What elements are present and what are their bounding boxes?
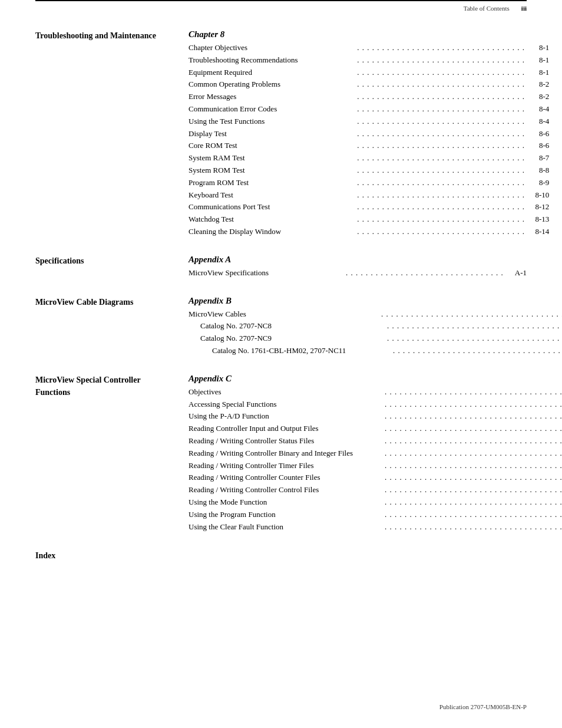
toc-section-appendixC: MicroView Special Controller FunctionsAp… <box>35 374 527 533</box>
toc-row: Communication Error Codes . . . . . . . … <box>189 103 549 116</box>
toc-row: Using the P-A/D Function . . . . . . . .… <box>189 410 562 423</box>
toc-dots: . . . . . . . . . . . . . . . . . . . . … <box>357 226 525 238</box>
toc-dots: . . . . . . . . . . . . . . . . . . . . … <box>385 398 562 411</box>
toc-entry-title: Reading / Writing Controller Counter Fil… <box>189 472 385 484</box>
toc-entry-title: Chapter Objectives <box>189 42 357 54</box>
toc-entry-title: Using the Clear Fault Function <box>189 521 385 533</box>
toc-row: Catalog No. 2707-NC9 . . . . . . . . . .… <box>189 332 562 345</box>
toc-row: Objectives . . . . . . . . . . . . . . .… <box>189 386 562 398</box>
toc-entry-page: 8-7 <box>525 152 549 164</box>
toc-row: Chapter Objectives . . . . . . . . . . .… <box>189 42 549 54</box>
toc-entry-title: MicroView Cables <box>189 308 381 321</box>
toc-entry-title: Display Test <box>189 128 357 140</box>
toc-dots: . . . . . . . . . . . . . . . . . . . . … <box>387 332 562 345</box>
toc-dots: . . . . . . . . . . . . . . . . . . . . … <box>385 423 562 435</box>
toc-dots: . . . . . . . . . . . . . . . . . . . . … <box>357 164 525 177</box>
toc-entry-title: Watchdog Test <box>189 213 357 226</box>
toc-entry-page: 8-4 <box>525 103 549 116</box>
section-label-appendixA: Specifications <box>35 255 189 279</box>
toc-dots: . . . . . . . . . . . . . . . . . . . . … <box>357 140 525 152</box>
toc-section-chapter8: Troubleshooting and MaintenanceChapter 8… <box>35 29 527 238</box>
toc-entry-title: System ROM Test <box>189 164 357 177</box>
toc-dots: . . . . . . . . . . . . . . . . . . . . … <box>385 509 562 521</box>
toc-row: Display Test . . . . . . . . . . . . . .… <box>189 128 549 140</box>
toc-section-appendixA: SpecificationsAppendix AMicroView Specif… <box>35 255 527 279</box>
toc-row: Catalog No. 1761-CBL-HM02, 2707-NC11 . .… <box>189 345 562 357</box>
toc-entry-page: A-1 <box>503 267 527 279</box>
toc-dots: . . . . . . . . . . . . . . . . . . . . … <box>385 447 562 460</box>
toc-entry-page: 8-6 <box>525 128 549 140</box>
chapter-heading-appendixA: Appendix A <box>189 255 527 265</box>
chapter-heading-appendixB: Appendix B <box>189 296 562 306</box>
toc-entry-title: System RAM Test <box>189 152 357 164</box>
toc-row: Common Operating Problems . . . . . . . … <box>189 78 549 91</box>
toc-entry-title: Using the Program Function <box>189 509 385 521</box>
toc-dots: . . . . . . . . . . . . . . . . . . . . … <box>393 345 562 357</box>
main-content: Troubleshooting and MaintenanceChapter 8… <box>35 29 527 578</box>
toc-dots: . . . . . . . . . . . . . . . . . . . . … <box>385 410 562 423</box>
section-label-appendixC: MicroView Special Controller Functions <box>35 374 189 533</box>
toc-entry-title: Reading / Writing Controller Status File… <box>189 435 385 447</box>
toc-row: Troubleshooting Recommendations . . . . … <box>189 54 549 67</box>
toc-row: MicroView Cables . . . . . . . . . . . .… <box>189 308 562 321</box>
toc-row: Using the Program Function . . . . . . .… <box>189 509 562 521</box>
toc-entry-title: Using the Test Functions <box>189 116 357 128</box>
toc-dots: . . . . . . . . . . . . . . . . . . . . … <box>385 435 562 447</box>
toc-entry-page: 8-10 <box>525 189 549 202</box>
section-content-appendixC: Appendix CObjectives . . . . . . . . . .… <box>189 374 562 533</box>
toc-dots: . . . . . . . . . . . . . . . . . . . . … <box>357 213 525 226</box>
toc-entry-title: Using the Mode Function <box>189 496 385 509</box>
toc-row: Using the Mode Function . . . . . . . . … <box>189 496 562 509</box>
toc-row: MicroView Specifications . . . . . . . .… <box>189 267 527 279</box>
section-label-chapter8: Troubleshooting and Maintenance <box>35 29 189 238</box>
toc-entry-title: Common Operating Problems <box>189 78 357 91</box>
toc-entry-page: 8-1 <box>525 42 549 54</box>
toc-dots: . . . . . . . . . . . . . . . . . . . . … <box>385 472 562 484</box>
toc-dots: . . . . . . . . . . . . . . . . . . . . … <box>357 116 525 128</box>
toc-row: System ROM Test . . . . . . . . . . . . … <box>189 164 549 177</box>
toc-row: Catalog No. 2707-NC8 . . . . . . . . . .… <box>189 320 562 332</box>
section-content-appendixB: Appendix BMicroView Cables . . . . . . .… <box>189 296 562 357</box>
toc-entry-title: Catalog No. 2707-NC8 <box>189 320 387 332</box>
toc-entry-title: Reading / Writing Controller Control Fil… <box>189 484 385 496</box>
toc-dots: . . . . . . . . . . . . . . . . . . . . … <box>357 152 525 164</box>
page-footer: Publication 2707-UM005B-EN-P <box>439 703 527 710</box>
toc-row: Reading Controller Input and Output File… <box>189 423 562 435</box>
section-content-chapter8: Chapter 8Chapter Objectives . . . . . . … <box>189 29 549 238</box>
chapter-heading-chapter8: Chapter 8 <box>189 29 549 39</box>
toc-row: Core ROM Test . . . . . . . . . . . . . … <box>189 140 549 152</box>
header-label: Table of Contents <box>464 5 510 12</box>
toc-row: Communications Port Test . . . . . . . .… <box>189 201 549 213</box>
toc-dots: . . . . . . . . . . . . . . . . . . . . … <box>357 42 525 54</box>
toc-dots: . . . . . . . . . . . . . . . . . . . . … <box>385 460 562 472</box>
toc-entry-page: 8-1 <box>525 54 549 67</box>
toc-entry-title: Troubleshooting Recommendations <box>189 54 357 67</box>
toc-entry-page: 8-4 <box>525 116 549 128</box>
toc-dots: . . . . . . . . . . . . . . . . . . . . … <box>385 521 562 533</box>
toc-entry-title: Keyboard Test <box>189 189 357 202</box>
toc-entry-title: Program ROM Test <box>189 177 357 189</box>
header-page: iii <box>521 5 527 12</box>
section-content-appendixA: Appendix AMicroView Specifications . . .… <box>189 255 527 279</box>
page: Table of Contents iii Troubleshooting an… <box>0 0 562 728</box>
toc-dots: . . . . . . . . . . . . . . . . . . . . … <box>357 189 525 202</box>
section-content-index <box>189 549 527 562</box>
toc-dots: . . . . . . . . . . . . . . . . . . . . … <box>385 484 562 496</box>
toc-entry-page: 8-13 <box>525 213 549 226</box>
toc-entry-title: Catalog No. 2707-NC9 <box>189 332 387 345</box>
toc-row: Reading / Writing Controller Control Fil… <box>189 484 562 496</box>
toc-section-index: Index <box>35 549 527 562</box>
toc-entry-page: 8-2 <box>525 78 549 91</box>
toc-dots: . . . . . . . . . . . . . . . . . . . . … <box>357 67 525 79</box>
section-label-appendixB: MicroView Cable Diagrams <box>35 296 189 357</box>
toc-dots: . . . . . . . . . . . . . . . . . . . . … <box>357 78 525 91</box>
toc-row: Accessing Special Functions . . . . . . … <box>189 398 562 411</box>
toc-dots: . . . . . . . . . . . . . . . . . . . . … <box>387 320 562 332</box>
toc-row: Equipment Required . . . . . . . . . . .… <box>189 67 549 79</box>
toc-entry-page: 8-8 <box>525 164 549 177</box>
toc-dots: . . . . . . . . . . . . . . . . . . . . … <box>381 308 562 321</box>
toc-entry-title: Reading Controller Input and Output File… <box>189 423 385 435</box>
toc-entry-title: Objectives <box>189 386 385 398</box>
toc-row: Program ROM Test . . . . . . . . . . . .… <box>189 177 549 189</box>
toc-entry-title: Core ROM Test <box>189 140 357 152</box>
